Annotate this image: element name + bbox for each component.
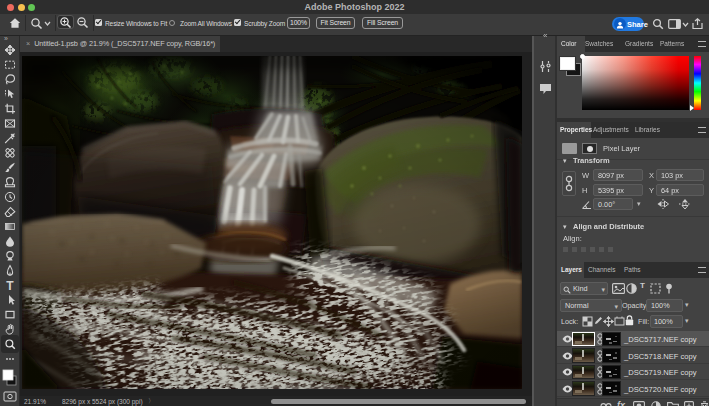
svg-text:T: T	[6, 279, 14, 293]
